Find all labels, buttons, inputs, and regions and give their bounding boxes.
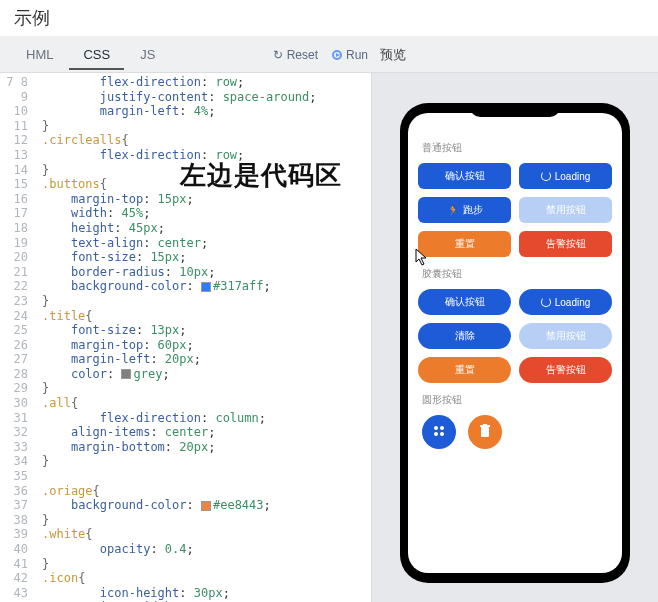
phone-screen[interactable]: 普通按钮确认按钮Loading🏃跑步禁用按钮重置告警按钮胶囊按钮确认按钮Load… [408, 113, 622, 573]
line-numbers: 7 8 9 10 11 12 13 14 15 16 17 18 19 20 2… [0, 73, 38, 602]
run-label: Run [346, 48, 368, 62]
phone-frame: 普通按钮确认按钮Loading🏃跑步禁用按钮重置告警按钮胶囊按钮确认按钮Load… [400, 103, 630, 583]
preview-button[interactable]: 禁用按钮 [519, 197, 612, 223]
round-button[interactable] [422, 415, 456, 449]
loading-spinner-icon [541, 297, 551, 307]
svg-point-2 [434, 432, 438, 436]
svg-point-3 [440, 432, 444, 436]
preview-button[interactable]: 🏃跑步 [418, 197, 511, 223]
annotation-overlay: 左边是代码区 [180, 158, 342, 193]
tab-css[interactable]: CSS [69, 39, 124, 70]
preview-button[interactable]: 重置 [418, 357, 511, 383]
tab-js[interactable]: JS [126, 39, 169, 70]
refresh-icon: ↻ [273, 48, 283, 62]
tabs: HMLCSSJS [0, 39, 169, 70]
preview-button[interactable]: 确认按钮 [418, 289, 511, 315]
code-content: flex-direction: row; justify-content: sp… [42, 75, 317, 602]
play-icon [332, 50, 342, 60]
section-title: 圆形按钮 [422, 393, 612, 407]
button-label: 告警按钮 [546, 363, 586, 377]
code-editor[interactable]: 7 8 9 10 11 12 13 14 15 16 17 18 19 20 2… [0, 73, 372, 602]
preview-button[interactable]: Loading [519, 289, 612, 315]
button-label: Loading [555, 297, 591, 308]
tab-hml[interactable]: HML [12, 39, 67, 70]
button-label: Loading [555, 171, 591, 182]
preview-button[interactable]: 禁用按钮 [519, 323, 612, 349]
button-label: 清除 [455, 329, 475, 343]
button-label: 确认按钮 [445, 169, 485, 183]
loading-spinner-icon [541, 171, 551, 181]
preview-tab-label: 预览 [380, 46, 406, 64]
svg-rect-6 [483, 424, 487, 426]
svg-point-1 [440, 426, 444, 430]
button-label: 禁用按钮 [546, 203, 586, 217]
preview-pane: 普通按钮确认按钮Loading🏃跑步禁用按钮重置告警按钮胶囊按钮确认按钮Load… [372, 73, 658, 602]
reset-label: Reset [287, 48, 318, 62]
trash-icon [479, 424, 491, 441]
preview-button[interactable]: 告警按钮 [519, 231, 612, 257]
round-button[interactable] [468, 415, 502, 449]
run-button[interactable]: Run [332, 48, 368, 62]
button-label: 告警按钮 [546, 237, 586, 251]
section-title: 胶囊按钮 [422, 267, 612, 281]
preview-button[interactable]: 重置 [418, 231, 511, 257]
button-label: 禁用按钮 [546, 329, 586, 343]
button-label: 确认按钮 [445, 295, 485, 309]
runner-icon: 🏃 [447, 205, 459, 216]
button-label: 跑步 [463, 203, 483, 217]
section-title: 普通按钮 [422, 141, 612, 155]
phone-notch [470, 103, 560, 117]
toolbar: HMLCSSJS ↻ Reset Run 预览 [0, 37, 658, 73]
preview-button[interactable]: 确认按钮 [418, 163, 511, 189]
grid-icon [432, 424, 446, 441]
preview-button[interactable]: 告警按钮 [519, 357, 612, 383]
button-label: 重置 [455, 363, 475, 377]
svg-rect-4 [481, 427, 489, 437]
svg-point-0 [434, 426, 438, 430]
button-label: 重置 [455, 237, 475, 251]
preview-button[interactable]: Loading [519, 163, 612, 189]
page-title: 示例 [0, 0, 658, 37]
reset-button[interactable]: ↻ Reset [273, 48, 318, 62]
preview-button[interactable]: 清除 [418, 323, 511, 349]
